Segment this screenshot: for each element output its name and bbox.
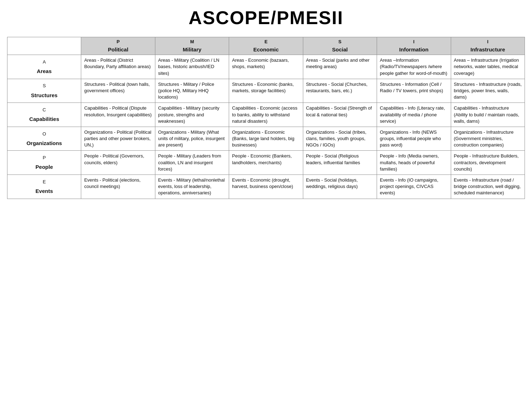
- cell-areas-social: Areas - Social (parks and other meeting …: [303, 55, 377, 79]
- cell-events-political: Events - Political (elections, council m…: [81, 175, 155, 199]
- row-header-structures: SStructures: [7, 79, 81, 103]
- cell-areas-infrastructure: Areas – Infrastructure (Irrigation netwo…: [451, 55, 525, 79]
- col-header-economic: EEconomic: [229, 37, 303, 55]
- table-row: AAreasAreas - Political (District Bounda…: [7, 55, 525, 79]
- cell-organizations-information: Organizations - Info (NEWS groups, influ…: [377, 127, 451, 151]
- page-title: ASCOPE/PMESII: [7, 7, 525, 28]
- cell-people-economic: People - Economic (Bankers, landholders,…: [229, 151, 303, 175]
- table-row: EEventsEvents - Political (elections, co…: [7, 175, 525, 199]
- cell-capabilities-social: Capabilities - Social (Strength of local…: [303, 103, 377, 127]
- cell-people-social: People - Social (Religious leaders, infl…: [303, 151, 377, 175]
- cell-areas-military: Areas - Military (Coalition / LN bases, …: [155, 55, 229, 79]
- cell-capabilities-political: Capabilities - Political (Dispute resolu…: [81, 103, 155, 127]
- cell-people-information: People - Info (Media owners, mullahs, he…: [377, 151, 451, 175]
- cell-structures-economic: Structures - Economic (banks, markets, s…: [229, 79, 303, 103]
- col-header-infrastructure: IInfrastructure: [451, 37, 525, 55]
- row-header-capabilities: CCapabilities: [7, 103, 81, 127]
- cell-areas-political: Areas - Political (District Boundary, Pa…: [81, 55, 155, 79]
- cell-areas-economic: Areas - Economic (bazaars, shops, market…: [229, 55, 303, 79]
- cell-people-infrastructure: People - Infrastructure Builders, contra…: [451, 151, 525, 175]
- cell-events-infrastructure: Events - Infrastructure (road / bridge c…: [451, 175, 525, 199]
- cell-people-military: People - Military (Leaders from coalitio…: [155, 151, 229, 175]
- cell-capabilities-military: Capabilities - Military (security postur…: [155, 103, 229, 127]
- row-header-organizations: OOrganizations: [7, 127, 81, 151]
- cell-organizations-economic: Organizations - Economic (Banks, large l…: [229, 127, 303, 151]
- col-header-military: MMilitary: [155, 37, 229, 55]
- cell-organizations-political: Organizations - Political (Political par…: [81, 127, 155, 151]
- cell-events-economic: Events - Economic (drought, harvest, bus…: [229, 175, 303, 199]
- cell-capabilities-infrastructure: Capabilities - Infrastructure (Ability t…: [451, 103, 525, 127]
- cell-structures-information: Structures - Information (Cell / Radio /…: [377, 79, 451, 103]
- col-header-information: IInformation: [377, 37, 451, 55]
- table-row: PPeoplePeople - Political (Governors, co…: [7, 151, 525, 175]
- table-row: OOrganizationsOrganizations - Political …: [7, 127, 525, 151]
- cell-events-social: Events - Social (holidays, weddings, rel…: [303, 175, 377, 199]
- row-header-people: PPeople: [7, 151, 81, 175]
- cell-events-military: Events - Military (lethal/nonlethal even…: [155, 175, 229, 199]
- table-row: SStructuresStructures - Political (town …: [7, 79, 525, 103]
- cell-capabilities-economic: Capabilities - Economic (access to banks…: [229, 103, 303, 127]
- cell-structures-political: Structures - Political (town halls, gove…: [81, 79, 155, 103]
- cell-structures-social: Structures - Social (Churches, restauran…: [303, 79, 377, 103]
- cell-organizations-infrastructure: Organizations - Infrastructure (Governme…: [451, 127, 525, 151]
- cell-events-information: Events - Info (IO campaigns, project ope…: [377, 175, 451, 199]
- corner-cell: [7, 37, 81, 55]
- cell-areas-information: Areas –Information (Radio/TV/newspapers …: [377, 55, 451, 79]
- col-header-political: PPolitical: [81, 37, 155, 55]
- cell-capabilities-information: Capabilities - Info (Literacy rate, avai…: [377, 103, 451, 127]
- ascope-pmesii-table: PPoliticalMMilitaryEEconomicSSocialIInfo…: [7, 37, 525, 199]
- table-row: CCapabilitiesCapabilities - Political (D…: [7, 103, 525, 127]
- cell-structures-military: Structures - Military / Police (police H…: [155, 79, 229, 103]
- cell-organizations-social: Organizations - Social (tribes, clans, f…: [303, 127, 377, 151]
- row-header-areas: AAreas: [7, 55, 81, 79]
- row-header-events: EEvents: [7, 175, 81, 199]
- cell-organizations-military: Organizations - Military (What units of …: [155, 127, 229, 151]
- cell-people-political: People - Political (Governors, councils,…: [81, 151, 155, 175]
- col-header-social: SSocial: [303, 37, 377, 55]
- cell-structures-infrastructure: Structures - Infrastructure (roads, brid…: [451, 79, 525, 103]
